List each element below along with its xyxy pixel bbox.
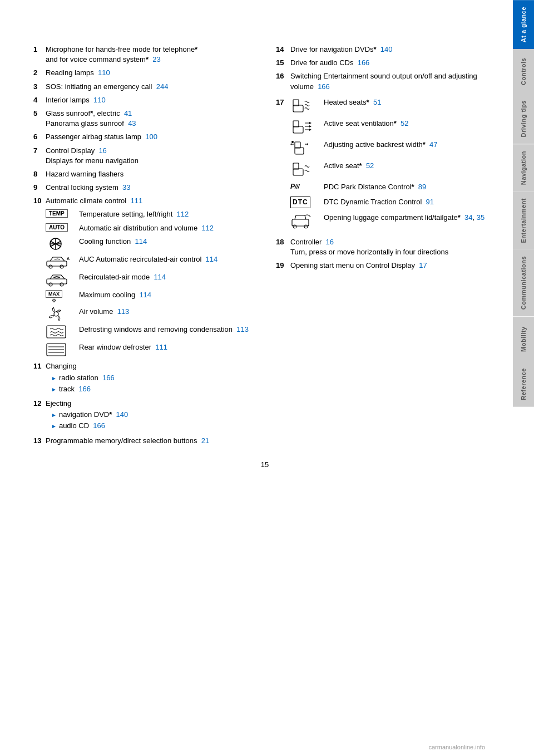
item-number: 16 — [276, 71, 290, 91]
item-number: 14 — [276, 45, 290, 55]
page-ref[interactable]: 113 — [117, 307, 130, 316]
item-content: Central locking system 33 — [46, 183, 254, 193]
climate-airvolume: Air volume 113 — [46, 307, 254, 321]
auto-icon: AUTO — [46, 223, 75, 232]
page-ref[interactable]: 41 — [124, 109, 132, 117]
item-content: Ejecting ► navigation DVD* 140 ► audio C… — [46, 399, 254, 433]
sidebar-tab-reference[interactable]: Reference — [513, 361, 534, 407]
climate-recirc: Recirculated-air mode 114 — [46, 272, 254, 287]
item-number: 17 — [276, 97, 290, 234]
sidebar-tab-mobility[interactable]: Mobility — [513, 317, 534, 361]
page-ref[interactable]: 17 — [419, 261, 427, 269]
page-ref[interactable]: 112 — [177, 210, 189, 218]
page-ref[interactable]: 100 — [145, 132, 157, 141]
page-ref[interactable]: 16 — [98, 146, 106, 155]
page-ref[interactable]: 34 — [464, 213, 472, 222]
page-ref[interactable]: 16 — [326, 238, 334, 246]
sidebar-tab-entertainment[interactable]: Entertainment — [513, 192, 534, 249]
svg-rect-21 — [293, 121, 299, 127]
recirc-text: Recirculated-air mode 114 — [79, 272, 254, 282]
page-ref[interactable]: 52 — [400, 119, 408, 127]
temp-text: Temperature setting, left/right 112 — [79, 209, 254, 219]
bullet-item: ► track 166 — [51, 384, 254, 394]
svg-point-7 — [60, 265, 63, 268]
svg-text:A: A — [67, 257, 70, 261]
luggage-icon — [290, 213, 319, 229]
max-icon: MAX ⚙ — [46, 290, 75, 304]
page-ref[interactable]: 166 — [102, 374, 115, 382]
climate-rear-defrost: Rear window defroster 111 — [46, 342, 254, 357]
cooling-svg — [46, 237, 66, 251]
rear-defrost-text: Rear window defroster 111 — [79, 342, 254, 352]
item-number: 11 — [33, 361, 46, 395]
page-ref[interactable]: 166 — [358, 58, 370, 67]
page-ref[interactable]: 112 — [201, 224, 214, 232]
page-ref[interactable]: 140 — [116, 410, 128, 419]
page-ref[interactable]: 89 — [418, 183, 426, 191]
sidebar-tab-controls[interactable]: Controls — [513, 49, 534, 94]
airvolume-text: Air volume 113 — [79, 307, 254, 317]
dtc-label: DTC — [290, 197, 310, 208]
item-content: Automatic climate control 111 — [46, 196, 254, 206]
bullet-text: audio CD 166 — [59, 421, 105, 431]
item-number: 1 — [33, 45, 46, 65]
page-ref[interactable]: 43 — [128, 119, 136, 127]
svg-rect-28 — [295, 148, 304, 154]
page-ref[interactable]: 52 — [366, 161, 374, 170]
item-content: Reading lamps 110 — [46, 68, 254, 78]
sidebar-tab-navigation[interactable]: Navigation — [513, 144, 534, 192]
page-ref[interactable]: 33 — [122, 183, 130, 192]
page-ref[interactable]: 140 — [380, 45, 393, 53]
active-seat-text: Active seat* 52 — [324, 161, 496, 171]
page-ref[interactable]: 114 — [135, 237, 147, 246]
ventilation-text: Active seat ventilation* 52 — [324, 119, 496, 129]
item-content: Opening start menu on Control Display 17 — [290, 261, 496, 271]
page-ref[interactable]: 113 — [236, 325, 249, 333]
page-ref[interactable]: 114 — [154, 273, 166, 281]
watermark: carmanualonline.info — [428, 744, 485, 750]
max-text: MAX — [46, 290, 62, 298]
list-item-13: 13 Programmable memory/direct selection … — [33, 436, 254, 446]
page-ref[interactable]: 166 — [318, 82, 330, 91]
page-ref[interactable]: 110 — [93, 96, 106, 104]
item-number: 7 — [33, 146, 46, 166]
page-ref[interactable]: 111 — [155, 343, 167, 351]
bullet-text: track 166 — [59, 384, 91, 394]
pdc-text: PDC Park Distance Control* 89 — [324, 182, 496, 192]
list-item-12: 12 Ejecting ► navigation DVD* 140 ► audi… — [33, 399, 254, 433]
page-ref[interactable]: 114 — [206, 255, 218, 263]
svg-point-11 — [60, 283, 63, 286]
page-ref[interactable]: 51 — [373, 98, 381, 106]
page-ref-2[interactable]: 35 — [477, 213, 484, 222]
list-item-15: 15 Drive for audio CDs 166 — [276, 58, 496, 68]
list-item: 4 Interior lamps 110 — [33, 95, 254, 105]
page-ref[interactable]: 166 — [93, 421, 105, 430]
page-ref[interactable]: 244 — [156, 82, 169, 91]
rear-defrost-svg — [46, 342, 67, 357]
recirc-svg — [46, 272, 70, 287]
item-number: 8 — [33, 169, 46, 179]
item-number: 3 — [33, 82, 46, 92]
svg-point-12 — [54, 312, 58, 316]
bullet-item: ► audio CD 166 — [51, 421, 254, 431]
page-ref[interactable]: 91 — [426, 198, 434, 206]
item-number: 6 — [33, 132, 46, 142]
list-item: 6 Passenger airbag status lamp 100 — [33, 132, 254, 142]
item-content: Microphone for hands-free mode for telep… — [46, 45, 254, 65]
page-ref[interactable]: 21 — [201, 436, 209, 445]
sidebar-tab-driving[interactable]: Driving tips — [513, 94, 534, 144]
page-ref[interactable]: 110 — [98, 68, 110, 77]
climate-cooling: Cooling function 114 — [46, 237, 254, 251]
svg-point-38 — [293, 225, 296, 228]
page-ref[interactable]: 114 — [139, 291, 151, 299]
sidebar-tab-ataglance[interactable]: At a glance — [513, 0, 534, 49]
defrost-text: Defrosting windows and removing condensa… — [79, 325, 254, 335]
list-item: 5 Glass sunroof*, electric 41 Panorama g… — [33, 109, 254, 129]
cooling-icon — [46, 237, 75, 251]
sidebar-tab-communications[interactable]: Communications — [513, 249, 534, 316]
page-ref[interactable]: 47 — [429, 140, 437, 149]
page-ref[interactable]: 23 — [152, 55, 160, 63]
page-ref[interactable]: 111 — [130, 197, 142, 205]
svg-marker-33 — [307, 143, 308, 145]
page-ref[interactable]: 166 — [78, 385, 91, 393]
